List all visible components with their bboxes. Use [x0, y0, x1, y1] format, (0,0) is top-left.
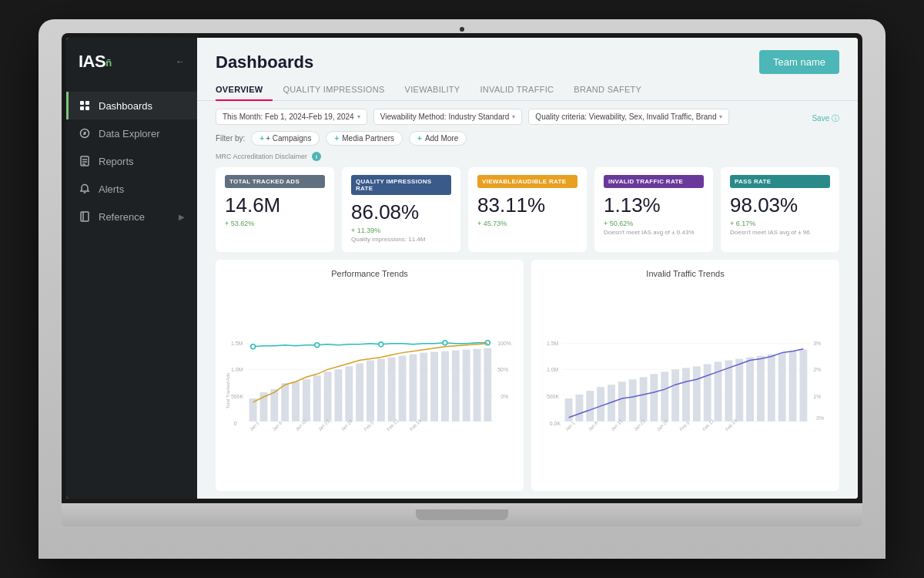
svg-rect-75	[586, 391, 594, 422]
laptop-notch	[416, 509, 508, 520]
screen-bezel: IASñ ←	[62, 33, 862, 503]
svg-rect-80	[640, 377, 648, 421]
charts-row: Performance Trends 1.5M 1.0M 500K 0 100%…	[197, 260, 858, 499]
kpi-card-total-tracked-ads: TOTAL TRACKED ADS 14.6M + 53.62%	[216, 167, 334, 252]
svg-rect-92	[768, 354, 775, 421]
compass-icon	[79, 127, 91, 139]
svg-rect-2	[80, 106, 84, 110]
svg-text:1%: 1%	[813, 394, 821, 399]
kpi-change: + 53.62%	[225, 220, 325, 227]
kpi-header: VIEWABLE/AUDIBLE RATE	[477, 175, 578, 188]
svg-text:2%: 2%	[813, 367, 821, 372]
chart-title: Invalid Traffic Trends	[541, 269, 830, 278]
sidebar-item-dashboards[interactable]: Dashboards	[66, 92, 197, 119]
kpi-card-viewable-audible-rate: VIEWABLE/AUDIBLE RATE 83.11% + 45.73%	[468, 167, 587, 252]
chart-area: 1.5M 1.0M 500K 0.0K 3% 2% 1% 0%	[541, 284, 830, 482]
svg-text:Total Tracked Ads: Total Tracked Ads	[226, 372, 230, 408]
svg-rect-81	[650, 374, 658, 421]
kpi-value: 14.6M	[225, 194, 325, 217]
tab-invalid-traffic[interactable]: Invalid Traffic	[480, 80, 564, 100]
performance-trends-svg: 1.5M 1.0M 500K 0 100% 50% 0%	[225, 284, 514, 482]
kpi-card-pass-rate: PASS RATE 98.03% + 6.17% Doesn't meet IA…	[721, 167, 839, 252]
svg-rect-40	[420, 352, 427, 421]
nav-items: Dashboards Data Explorer	[66, 86, 197, 237]
campaigns-filter-chip[interactable]: + + Campaigns	[251, 131, 320, 146]
viewability-method-filter[interactable]: Viewability Method: Industry Standard ▾	[373, 109, 523, 125]
svg-rect-90	[746, 357, 754, 421]
svg-rect-94	[789, 351, 797, 421]
kpi-change: + 50.62%	[604, 220, 704, 227]
svg-rect-45	[474, 348, 481, 421]
svg-text:0: 0	[234, 420, 237, 425]
viewability-method-value: Viewability Method: Industry Standard	[380, 113, 510, 121]
sidebar-item-label: Alerts	[99, 183, 124, 195]
svg-point-49	[379, 341, 383, 346]
svg-rect-79	[629, 379, 637, 421]
svg-text:0%: 0%	[500, 394, 508, 399]
logo-accent: ñ	[105, 57, 111, 69]
svg-rect-82	[661, 371, 668, 421]
svg-text:100%: 100%	[497, 340, 511, 345]
filter-by-label: Filter by:	[216, 134, 245, 143]
svg-rect-36	[377, 358, 385, 421]
kpi-sub: Doesn't meet IAS avg of ± 0.43%	[604, 229, 704, 236]
page-header: Dashboards Team name	[197, 38, 858, 74]
svg-rect-0	[80, 101, 84, 105]
grid-icon	[79, 99, 91, 112]
svg-rect-31	[324, 371, 332, 421]
info-icon: i	[312, 152, 321, 161]
kpi-value: 98.03%	[730, 194, 830, 217]
sidebar-item-alerts[interactable]: Alerts	[66, 175, 197, 203]
sidebar-item-reports[interactable]: Reports	[66, 147, 197, 175]
kpi-header: TOTAL TRACKED ADS	[225, 175, 325, 188]
svg-text:1.5M: 1.5M	[547, 340, 559, 345]
tab-quality-impressions[interactable]: Quality Impressions	[283, 80, 394, 100]
tab-overview[interactable]: Overview	[216, 80, 273, 100]
svg-rect-32	[334, 369, 342, 421]
svg-rect-89	[735, 358, 743, 421]
media-partners-filter-chip[interactable]: + Media Partners	[326, 131, 403, 146]
sidebar-item-label: Data Explorer	[99, 128, 159, 139]
svg-rect-91	[757, 355, 765, 421]
svg-rect-37	[388, 357, 396, 421]
date-range-filter[interactable]: This Month: Feb 1, 2024-Feb 19, 2024 ▾	[216, 109, 367, 125]
svg-text:50%: 50%	[497, 367, 508, 372]
kpi-change: + 45.73%	[477, 220, 578, 227]
sidebar-logo: IASñ ←	[66, 38, 197, 86]
collapse-button[interactable]: ←	[176, 56, 185, 67]
quality-criteria-filter[interactable]: Quality criteria: Viewability, Sex, Inva…	[528, 109, 729, 125]
page-title: Dashboards	[216, 52, 313, 72]
kpi-header: QUALITY IMPRESSIONS RATE	[351, 175, 451, 195]
add-more-filter-chip[interactable]: + Add More	[409, 131, 467, 146]
svg-text:1.5M: 1.5M	[231, 340, 243, 345]
sidebar: IASñ ←	[66, 38, 197, 499]
svg-point-50	[443, 340, 447, 344]
document-icon	[79, 155, 91, 167]
save-link[interactable]: Save ⓘ	[812, 114, 839, 123]
svg-text:Feb 5: Feb 5	[679, 419, 691, 431]
svg-rect-3	[85, 106, 89, 110]
svg-rect-29	[303, 379, 310, 421]
svg-rect-93	[778, 352, 786, 421]
svg-rect-1	[85, 101, 89, 105]
svg-point-48	[315, 342, 320, 347]
chevron-down-icon: ▾	[719, 113, 722, 120]
svg-rect-11	[81, 212, 89, 221]
chevron-down-icon: ▾	[357, 113, 360, 120]
sidebar-item-data-explorer[interactable]: Data Explorer	[66, 119, 197, 147]
book-icon	[79, 210, 91, 223]
chart-area: 1.5M 1.0M 500K 0 100% 50% 0%	[225, 284, 514, 482]
sidebar-item-reference[interactable]: Reference ▶	[66, 203, 197, 230]
filters-row-1: This Month: Feb 1, 2024-Feb 19, 2024 ▾ V…	[197, 101, 858, 128]
filters-row-2: Filter by: + + Campaigns + Media Partner…	[197, 128, 858, 150]
svg-point-47	[251, 344, 256, 348]
kpi-sub: Doesn't meet IAS avg of ± 96	[730, 229, 830, 236]
tab-viewability[interactable]: Viewability	[405, 80, 470, 100]
svg-marker-5	[83, 132, 86, 135]
svg-rect-46	[484, 348, 491, 421]
svg-text:Jan 1: Jan 1	[564, 420, 575, 431]
svg-rect-28	[292, 381, 300, 421]
team-name-button[interactable]: Team name	[759, 50, 839, 74]
tab-brand-safety[interactable]: Brand Safety	[574, 80, 651, 100]
svg-rect-27	[281, 383, 289, 421]
